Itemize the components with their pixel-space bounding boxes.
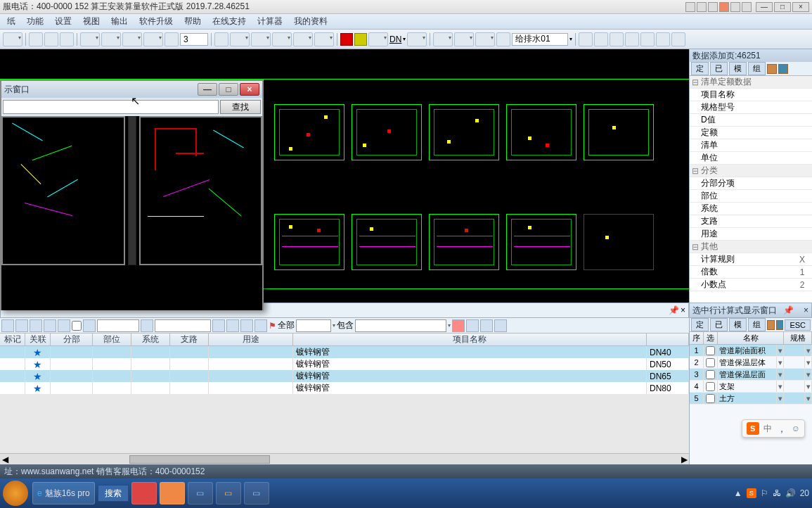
rl-icon[interactable]: [767, 320, 775, 330]
tree-item[interactable]: 规格型号: [690, 101, 812, 114]
filter-all-label[interactable]: 全部: [278, 319, 295, 331]
rl-tab[interactable]: 模: [729, 318, 747, 331]
tree-item[interactable]: 小数点2: [690, 279, 812, 291]
filter-btn[interactable]: [254, 319, 267, 332]
tree-item[interactable]: 部位: [690, 190, 812, 203]
property-tree[interactable]: ⊟清单定额数据项目名称规格型号D值定额清单单位⊟分类分部分项部位系统支路用途⊟其…: [690, 76, 812, 324]
tree-item[interactable]: 倍数1: [690, 266, 812, 279]
close-icon[interactable]: ×: [804, 305, 808, 315]
rp-icon[interactable]: [778, 64, 788, 74]
tree-item[interactable]: 支路: [690, 215, 812, 228]
drawing-thumb[interactable]: [274, 104, 344, 160]
tool-btn[interactable]: [407, 32, 427, 46]
drawing-thumb[interactable]: [506, 214, 576, 270]
tool-btn[interactable]: [101, 32, 121, 46]
table-row[interactable]: ★镀锌钢管DN40: [0, 346, 689, 358]
tool-btn[interactable]: [314, 32, 334, 46]
tray-sogou-icon[interactable]: S: [747, 488, 756, 498]
filter-contain-label[interactable]: 包含: [337, 319, 354, 331]
maximize-icon[interactable]: □: [774, 2, 791, 12]
close-icon[interactable]: ×: [792, 2, 809, 12]
ime-comma[interactable]: ，: [776, 421, 787, 436]
menu-item[interactable]: 帮助: [179, 15, 207, 27]
taskbar-app-icon[interactable]: ▭: [188, 482, 213, 504]
ime-toolbar[interactable]: S 中 ， ☺: [742, 419, 805, 438]
table-row[interactable]: ★镀锌钢管DN65: [0, 370, 689, 382]
toolbar-system-combo[interactable]: [512, 33, 568, 46]
h-scrollbar[interactable]: ◀ ▶: [0, 453, 689, 464]
tool-btn[interactable]: [272, 32, 292, 46]
tool-btn[interactable]: [60, 32, 74, 46]
menu-item[interactable]: 软件升级: [134, 15, 179, 27]
filter-input[interactable]: [355, 319, 446, 332]
tool-btn[interactable]: [368, 32, 388, 46]
filter-btn[interactable]: [15, 319, 28, 332]
tree-item[interactable]: 项目名称: [690, 89, 812, 101]
drawing-thumb[interactable]: [584, 214, 654, 270]
tree-item[interactable]: 定额: [690, 127, 812, 139]
popup-search-button[interactable]: 查找: [220, 100, 261, 114]
menu-item[interactable]: 功能: [21, 15, 49, 27]
tool-btn[interactable]: [44, 32, 58, 46]
rp-tab[interactable]: 已: [710, 62, 728, 75]
drawing-thumb[interactable]: [429, 104, 499, 160]
taskbar-app-icon[interactable]: [131, 482, 157, 504]
tool-btn[interactable]: [3, 32, 22, 46]
popup-search-input[interactable]: [3, 100, 219, 114]
tree-group[interactable]: ⊟清单定额数据: [690, 76, 812, 89]
start-button[interactable]: [3, 481, 28, 506]
filter-btn[interactable]: [226, 319, 239, 332]
popup-maximize-icon[interactable]: □: [219, 83, 238, 96]
tool-btn[interactable]: [165, 32, 179, 46]
filter-btn[interactable]: [44, 319, 56, 332]
tool-btn[interactable]: [671, 32, 685, 46]
table-row[interactable]: ★镀锌钢管DN80: [0, 382, 689, 394]
filter-btn[interactable]: [83, 319, 96, 332]
filter-input[interactable]: [296, 319, 331, 332]
tray-network-icon[interactable]: 🖧: [773, 488, 781, 498]
table-row[interactable]: ★镀锌钢管DN50: [0, 358, 689, 370]
tree-item[interactable]: D值: [690, 114, 812, 127]
titlebar-orange-btn[interactable]: [719, 2, 729, 12]
taskbar-app-icon[interactable]: ▭: [216, 482, 241, 504]
menu-item[interactable]: 我的资料: [288, 15, 333, 27]
color-red-icon[interactable]: [340, 33, 353, 46]
rl-esc[interactable]: ESC: [785, 319, 811, 331]
tool-btn[interactable]: [433, 32, 453, 46]
popup-close-icon[interactable]: ×: [240, 83, 259, 96]
toolbar-num-input[interactable]: [180, 33, 208, 46]
tool-btn[interactable]: [594, 32, 608, 46]
tool-btn[interactable]: [29, 32, 43, 46]
menu-item[interactable]: 纸: [1, 15, 21, 27]
rl-tab[interactable]: 组: [748, 318, 766, 331]
popup-preview-right[interactable]: [139, 116, 263, 265]
menu-item[interactable]: 计算器: [252, 15, 288, 27]
filter-btn[interactable]: [1, 319, 14, 332]
tool-btn[interactable]: [579, 32, 593, 46]
taskbar-app-icon[interactable]: [160, 482, 185, 504]
ime-zhong[interactable]: 中: [763, 423, 772, 435]
tool-btn[interactable]: [656, 32, 670, 46]
drawing-thumb[interactable]: [274, 214, 344, 270]
sogou-icon[interactable]: S: [747, 422, 759, 435]
pin-icon[interactable]: 📌: [783, 305, 794, 315]
tree-item[interactable]: 单位: [690, 152, 812, 165]
minimize-icon[interactable]: —: [756, 2, 773, 12]
pin-icon[interactable]: 📌: [669, 305, 679, 315]
list-item[interactable]: 4支架▾▾: [690, 381, 812, 393]
tree-item[interactable]: 系统: [690, 203, 812, 215]
tree-group[interactable]: ⊟分类: [690, 165, 812, 177]
filter-check[interactable]: [72, 321, 82, 331]
drawing-thumb[interactable]: [429, 214, 499, 270]
menu-item[interactable]: 在线支持: [207, 15, 252, 27]
tool-btn[interactable]: [625, 32, 639, 46]
taskbar-browser[interactable]: e 魅族16s pro: [32, 482, 95, 504]
filter-btn[interactable]: [141, 319, 153, 332]
list-item[interactable]: 2管道保温层体▾▾: [690, 357, 812, 369]
tool-btn[interactable]: [640, 32, 655, 46]
tool-btn[interactable]: [143, 32, 163, 46]
drawing-thumb[interactable]: [352, 214, 422, 270]
tool-btn[interactable]: [496, 32, 510, 46]
scroll-thumb[interactable]: [129, 455, 270, 464]
drawing-thumb[interactable]: [352, 104, 422, 160]
